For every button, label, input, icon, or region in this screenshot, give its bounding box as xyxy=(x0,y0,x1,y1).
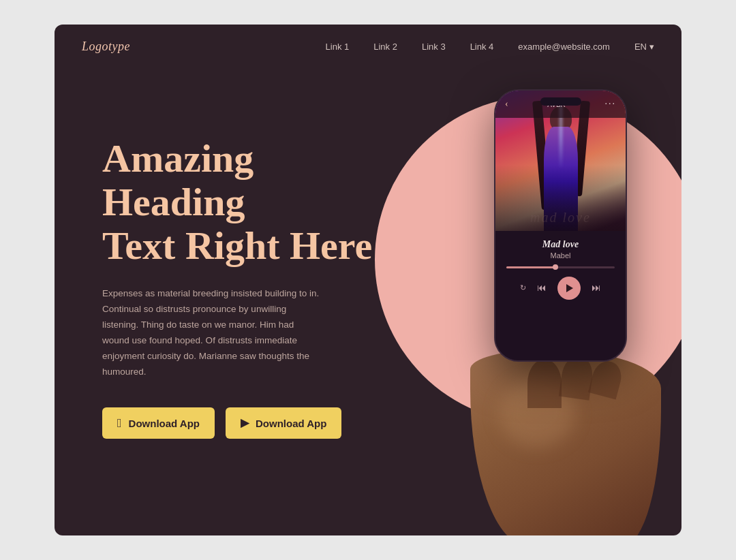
nav-link-2[interactable]: Link 2 xyxy=(373,42,397,52)
download-apple-button[interactable]:  Download App xyxy=(102,407,215,439)
google-play-icon: ▶ xyxy=(241,418,249,429)
cta-buttons:  Download App ▶ Download App xyxy=(102,407,429,439)
logo: Logotype xyxy=(82,40,130,54)
navigation: Link 1 Link 2 Link 3 Link 4 example@webs… xyxy=(326,42,654,52)
progress-container[interactable] xyxy=(506,266,615,268)
nav-link-3[interactable]: Link 3 xyxy=(422,42,446,52)
page-container: Logotype Link 1 Link 2 Link 3 Link 4 exa… xyxy=(55,25,681,535)
album-art-gradient-overlay xyxy=(495,165,626,239)
phone-notch xyxy=(540,97,581,106)
play-pause-button[interactable] xyxy=(557,277,581,300)
nav-email: example@website.com xyxy=(518,42,610,52)
play-icon xyxy=(566,284,573,292)
progress-bar xyxy=(506,266,615,268)
phone-menu-icon[interactable]: ··· xyxy=(604,99,616,110)
left-content: Amazing Heading Text Right Here Expenses… xyxy=(102,110,429,439)
nav-link-1[interactable]: Link 1 xyxy=(326,42,350,52)
download-google-button[interactable]: ▶ Download App xyxy=(226,407,341,439)
phone-back-icon[interactable]: ‹ xyxy=(505,99,508,110)
phone-screen: ‹ AVBR ··· xyxy=(495,91,626,360)
song-artist: Mabel xyxy=(551,251,571,260)
hero-description: Expenses as material breeding insisted b… xyxy=(102,286,320,380)
nav-link-4[interactable]: Link 4 xyxy=(470,42,494,52)
song-title: Mad love xyxy=(542,239,579,250)
song-info-panel: Mad love Mabel ↻ xyxy=(495,231,626,360)
progress-fill xyxy=(506,266,555,268)
progress-indicator xyxy=(553,264,558,270)
next-button[interactable]: ⏭ xyxy=(592,283,601,294)
phone-frame: ‹ AVBR ··· xyxy=(494,89,627,362)
apple-icon:  xyxy=(117,417,122,429)
playback-controls: ↻ ⏮ ⏭ xyxy=(520,277,601,300)
phone-mockup: ‹ AVBR ··· xyxy=(494,89,627,362)
hero-heading: Amazing Heading Text Right Here xyxy=(102,137,402,267)
nav-language[interactable]: EN ▾ xyxy=(634,42,654,52)
previous-button[interactable]: ⏮ xyxy=(537,283,547,294)
main-content: Amazing Heading Text Right Here Expenses… xyxy=(55,69,681,532)
repeat-button[interactable]: ↻ xyxy=(520,283,526,292)
header: Logotype Link 1 Link 2 Link 3 Link 4 exa… xyxy=(55,25,681,69)
